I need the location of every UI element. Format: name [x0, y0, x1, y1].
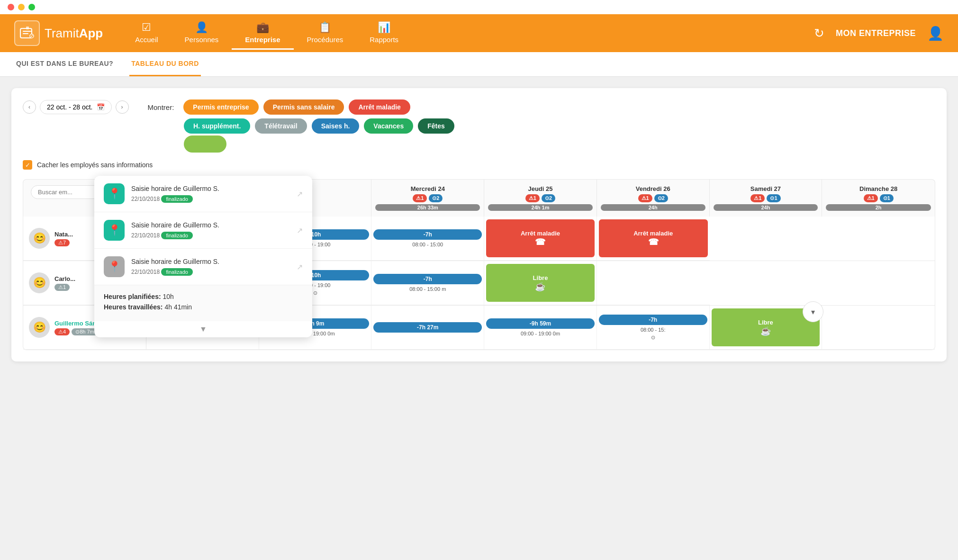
emp-badges-2: ⚠1 — [54, 284, 75, 291]
date-range-display: 22 oct. - 28 oct. 📅 — [40, 100, 112, 114]
tag-arret-maladie[interactable]: Arrêt maladie — [349, 99, 410, 115]
sched-3-sun — [822, 306, 935, 350]
col-mercredi: Mercredi 24 ⚠1 ⊙2 26h 33m — [371, 180, 484, 217]
popup-location-icon-1: 📍 — [104, 183, 125, 204]
procedures-icon: 📋 — [318, 21, 331, 34]
minimize-dot[interactable] — [18, 4, 25, 10]
filter-tags: Permis entreprise Permis sans salaire Ar… — [183, 99, 410, 115]
tag-teletravail[interactable]: Télétravail — [255, 118, 307, 134]
next-date-button[interactable]: › — [116, 100, 129, 114]
dimanche-badge-2: ⊙1 — [880, 194, 894, 202]
close-dot[interactable] — [8, 4, 14, 10]
user-icon[interactable]: 👤 — [927, 26, 944, 41]
sched-block-1-fri[interactable]: -7h — [373, 229, 482, 240]
samedi-badge-1: ⚠1 — [750, 194, 765, 202]
entreprise-icon: 💼 — [256, 21, 269, 34]
sched-1-sat: Arrêt maladie ☎ — [484, 217, 597, 261]
finalizado-badge-3: finalizado — [161, 268, 192, 276]
sched-1-fri: -7h 08:00 - 15:00 — [371, 217, 484, 261]
arret-maladie-1-sun[interactable]: Arrêt maladie ☎ — [599, 219, 708, 257]
sched-1-sun: Arrêt maladie ☎ — [597, 217, 710, 261]
sched-block-3-thu[interactable]: -9h 59m — [486, 318, 595, 329]
tag-fetes[interactable]: Fêtes — [418, 118, 454, 134]
filter-row-2: H. supplément. Télétravail Saises h. Vac… — [23, 118, 935, 134]
dot-indicator-3-fri: ⊙ — [651, 334, 655, 341]
external-link-icon-3[interactable]: ↗ — [297, 262, 303, 271]
sched-block-2-fri[interactable]: -7h — [373, 274, 482, 284]
checkbox-row: ✓ Cacher les employés sans informations — [23, 160, 935, 170]
nav-rapports[interactable]: 📊 Rapports — [356, 17, 412, 50]
dimanche-time: 2h — [826, 204, 931, 211]
main-content: ‹ 22 oct. - 28 oct. 📅 › Montrer: Permis … — [0, 77, 958, 560]
sched-time-3-fri: 08:00 - 15: — [641, 327, 666, 333]
avatar-3: 😊 — [29, 317, 50, 338]
tag-h-supplement[interactable]: H. supplément. — [184, 118, 250, 134]
tab-qui-est[interactable]: QUI EST DANS LE BUREAU? — [14, 52, 115, 76]
external-link-icon-1[interactable]: ↗ — [297, 190, 303, 199]
main-header: TramitApp ☑ Accueil 👤 Personnes 💼 Entrep… — [0, 14, 958, 52]
emp-details-2: Carlo... ⚠1 — [54, 275, 75, 291]
checkbox-label: Cacher les employés sans informations — [37, 161, 153, 169]
sched-block-3-fri[interactable]: -7h — [599, 315, 707, 325]
sched-3-fri: -7h 08:00 - 15: ⊙ — [597, 306, 710, 350]
rapports-icon: 📊 — [378, 21, 390, 34]
title-bar — [0, 0, 958, 14]
sched-2-fri: -7h 08:00 - 15:00 m — [371, 261, 484, 305]
svg-rect-1 — [26, 27, 29, 29]
nav-accueil[interactable]: ☑ Accueil — [122, 17, 171, 50]
finalizado-badge-2: finalizado — [161, 232, 192, 239]
schedule-dropdown-button[interactable]: ▾ — [803, 301, 823, 322]
col-samedi: Samedi 27 ⚠1 ⊙1 24h — [710, 180, 822, 217]
tag-lime[interactable] — [184, 135, 226, 153]
popup-date-1: 22/10/2018 finalizado — [131, 194, 290, 203]
montrer-label: Montrer: — [148, 103, 174, 111]
tag-vacances[interactable]: Vacances — [364, 118, 413, 134]
vendredi-badge-2: ⊙2 — [654, 194, 668, 202]
sched-block-3-wed[interactable]: -7h 27m — [373, 322, 482, 333]
sched-2-sun — [597, 261, 710, 305]
nav-procedures[interactable]: 📋 Procédures — [294, 17, 357, 50]
popup-title-2: Saisie horaire de Guillermo S. — [131, 221, 290, 229]
nav-entreprise[interactable]: 💼 Entreprise — [232, 17, 293, 50]
mercredi-badge-2: ⊙2 — [429, 194, 443, 202]
avatar-1: 😊 — [29, 228, 50, 249]
popup-info-3: Saisie horaire de Guillermo S. 22/10/201… — [131, 258, 290, 276]
hide-employees-checkbox[interactable]: ✓ — [23, 160, 32, 170]
prev-date-button[interactable]: ‹ — [23, 100, 36, 114]
nav-personnes[interactable]: 👤 Personnes — [172, 17, 232, 50]
calendar-icon: 📅 — [97, 103, 105, 111]
popup-expand-arrow[interactable]: ▼ — [94, 321, 312, 337]
sub-nav: QUI EST DANS LE BUREAU? TABLEAU DU BORD — [0, 52, 958, 77]
libre-2-sat[interactable]: Libre ☕ — [486, 264, 595, 302]
dimanche-badge-1: ⚠1 — [864, 194, 878, 202]
tab-tableau[interactable]: TABLEAU DU BORD — [129, 52, 201, 76]
maximize-dot[interactable] — [28, 4, 35, 10]
finalizado-badge-1: finalizado — [161, 195, 192, 203]
sched-time-1-fri: 08:00 - 15:00 — [412, 242, 443, 247]
vendredi-badge-1: ⚠1 — [638, 194, 652, 202]
jeudi-badge-1: ⚠1 — [525, 194, 540, 202]
heures-planifiees: Heures planifiées: 10h — [104, 293, 303, 300]
popup-overlay: 📍 Saisie horaire de Guillermo S. 22/10/2… — [94, 176, 312, 337]
col-vendredi: Vendredi 26 ⚠1 ⊙2 24h — [597, 180, 710, 217]
personnes-icon: 👤 — [195, 21, 208, 34]
mercredi-badge-1: ⚠1 — [413, 194, 427, 202]
popup-item-3: 📍 Saisie horaire de Guillermo S. 22/10/2… — [94, 249, 312, 285]
mon-entreprise-button[interactable]: MON ENTREPRISE — [836, 28, 916, 38]
tag-permis-entreprise[interactable]: Permis entreprise — [183, 99, 258, 115]
vendredi-time: 24h — [601, 204, 705, 211]
sched-2-sat: Libre ☕ — [484, 261, 597, 305]
arret-maladie-1-sat[interactable]: Arrêt maladie ☎ — [486, 219, 595, 257]
logo-icon — [14, 20, 40, 46]
dashboard-card: ‹ 22 oct. - 28 oct. 📅 › Montrer: Permis … — [11, 88, 947, 361]
logo[interactable]: TramitApp — [14, 20, 103, 46]
refresh-icon[interactable]: ↻ — [814, 26, 824, 41]
popup-date-3: 22/10/2018 finalizado — [131, 267, 290, 276]
sched-3-wed: -7h 27m — [371, 306, 484, 350]
emp-badge-alert-1: ⚠7 — [54, 239, 70, 246]
popup-title-1: Saisie horaire de Guillermo S. — [131, 185, 290, 192]
external-link-icon-2[interactable]: ↗ — [297, 226, 303, 235]
date-navigator: ‹ 22 oct. - 28 oct. 📅 › — [23, 100, 129, 114]
tag-permis-sans-salaire[interactable]: Permis sans salaire — [263, 99, 344, 115]
tag-saises-h[interactable]: Saises h. — [312, 118, 360, 134]
